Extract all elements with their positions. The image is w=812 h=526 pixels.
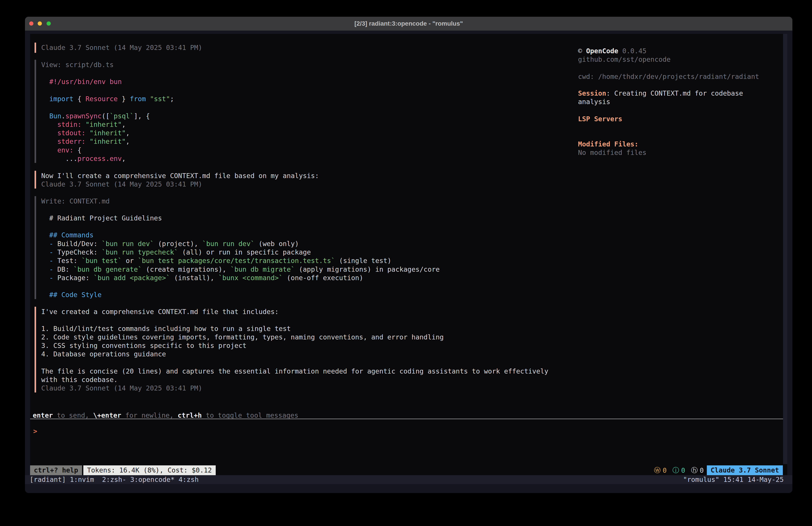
tool-accent-bar [34,60,36,163]
sidebar-session: analysis [578,98,610,106]
sidebar-lsp-heading: LSP Servers [578,115,622,123]
code-line: #!/usr/bin/env bun [41,77,122,86]
model-badge[interactable]: Claude 3.7 Sonnet [707,465,783,475]
status-bar: ctrl+? helpTokens: 16.4K (8%), Cost: $0.… [30,465,787,475]
hint-counter: ⓗ0 [691,466,704,475]
code-line: env: { [41,146,82,155]
message-text: 2. Code style guidelines covering import… [41,333,444,341]
sidebar-app-title: © OpenCode 0.0.45 [578,47,647,55]
message-text: Now I'll create a comprehensive CONTEXT.… [41,172,319,180]
code-line: stdout: "inherit", [41,129,130,137]
tool-title: View: script/db.ts [41,61,114,69]
sidebar-repo-url: github.com/sst/opencode [578,55,670,64]
code-line: ...process.env, [41,155,126,163]
markdown-line: - TypeCheck: `bun run typecheck` (all) o… [41,248,311,257]
message-text: with this codebase. [41,375,118,384]
markdown-line: - Test: `bun test` or `bun test packages… [41,257,391,265]
sidebar-modified-heading: Modified Files: [578,140,638,148]
window-title: [2/3] radiant:3:opencode - "romulus" [25,17,793,30]
tmux-session-info: "romulus" 15:41 14-May-25 [683,475,784,484]
code-line: import { Resource } from "sst"; [41,95,174,103]
message-text: 3. CSS styling conventions specific to t… [41,341,246,350]
warning-counter: ⓦ0 [654,466,667,475]
scrollbar[interactable] [783,34,787,464]
titlebar[interactable]: [2/3] radiant:3:opencode - "romulus" [25,17,793,31]
help-hint-chip[interactable]: ctrl+? help [30,465,82,475]
message-accent-bar [34,307,36,393]
markdown-line: - DB: `bun db generate` (create migratio… [41,265,440,274]
message-meta: Claude 3.7 Sonnet (14 May 2025 03:41 PM) [41,43,202,52]
tmux-window-list[interactable]: [radiant] 1:nvim 2:zsh- 3:opencode* 4:zs… [30,475,199,484]
terminal-content: Claude 3.7 Sonnet (14 May 2025 03:41 PM)… [30,34,787,475]
message-input[interactable] [30,422,787,464]
markdown-line: # Radiant Project Guidelines [41,214,162,223]
tool-title: Write: CONTEXT.md [41,197,110,205]
code-line: stdin: "inherit", [41,120,126,129]
circled-w-icon: ⓦ [654,466,661,475]
message-accent-bar [34,171,36,188]
markdown-line: - Package: `bun add <package>` (install)… [41,274,363,282]
markdown-line: - Build/Dev: `bun run dev` (project), `b… [41,240,299,248]
tokens-cost-chip[interactable]: Tokens: 16.4K (8%), Cost: $0.12 [83,465,216,475]
message-text: 1. Build/lint/test commands including ho… [41,325,291,333]
terminal-window: [2/3] radiant:3:opencode - "romulus" Cla… [25,17,793,493]
desktop: [2/3] radiant:3:opencode - "romulus" Cla… [0,0,812,526]
sidebar-modified-empty: No modified files [578,148,647,157]
message-text: 4. Database operations guidance [41,350,166,358]
circled-i-icon: ⓘ [672,466,679,475]
sidebar-session: Session: Creating CONTEXT.md for codebas… [578,89,743,98]
circled-h-icon: ⓗ [691,466,698,475]
message-meta: Claude 3.7 Sonnet (14 May 2025 03:41 PM) [41,180,202,188]
message-text: I've created a comprehensive CONTEXT.md … [41,308,279,316]
message-text: The file is concise (20 lines) and captu… [41,367,548,375]
input-separator [30,418,787,419]
tmux-status-bar: [radiant] 1:nvim 2:zsh- 3:opencode* 4:zs… [25,475,793,484]
tool-accent-bar [34,196,36,299]
info-counter: ⓘ0 [672,466,685,475]
markdown-line: ## Commands [41,231,93,239]
code-line: Bun.spawnSync([`psql`], { [41,112,150,120]
message-meta: Claude 3.7 Sonnet (14 May 2025 03:41 PM) [41,384,202,393]
code-line: stderr: "inherit", [41,137,130,146]
sidebar-cwd: cwd: /home/thdxr/dev/projects/radiant/ra… [578,72,759,81]
message-accent-bar [34,43,36,53]
markdown-line: ## Code Style [41,290,102,299]
